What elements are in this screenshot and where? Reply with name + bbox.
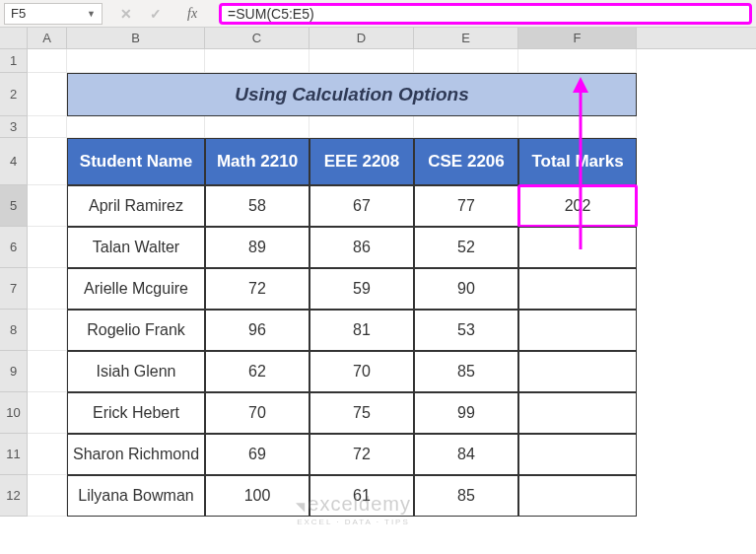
- cell[interactable]: [67, 116, 205, 138]
- cell[interactable]: [518, 49, 637, 73]
- cell[interactable]: [414, 49, 518, 73]
- watermark-tagline: EXCEL · DATA · TIPS: [297, 518, 410, 526]
- table-cell[interactable]: 61: [309, 475, 414, 517]
- cell-F5[interactable]: 202: [518, 185, 637, 227]
- cell[interactable]: [28, 392, 67, 434]
- table-cell[interactable]: Rogelio Frank: [67, 310, 205, 351]
- cell[interactable]: [28, 73, 67, 116]
- cell[interactable]: [67, 49, 205, 73]
- cell[interactable]: [28, 227, 67, 268]
- cell[interactable]: [28, 475, 67, 517]
- formula-bar-text: =SUM(C5:E5): [228, 6, 314, 22]
- table-cell[interactable]: [518, 268, 637, 310]
- col-header-F[interactable]: F: [518, 28, 637, 48]
- cell[interactable]: [28, 116, 67, 138]
- fx-icon[interactable]: fx: [187, 6, 197, 22]
- row-header-1[interactable]: 1: [0, 49, 28, 73]
- select-all-corner[interactable]: [0, 28, 28, 48]
- cell[interactable]: [309, 116, 414, 138]
- table-cell[interactable]: April Ramirez: [67, 185, 205, 227]
- table-cell[interactable]: [518, 351, 637, 392]
- table-cell[interactable]: [518, 227, 637, 268]
- col-header-D[interactable]: D: [309, 28, 414, 48]
- cell[interactable]: [414, 116, 518, 138]
- cell[interactable]: [518, 116, 637, 138]
- table-cell[interactable]: 67: [309, 185, 414, 227]
- row-header-4[interactable]: 4: [0, 138, 28, 185]
- row-header-9[interactable]: 9: [0, 351, 28, 392]
- row-header-10[interactable]: 10: [0, 392, 28, 434]
- row-headers: 1 2 3 4 5 6 7 8 9 10 11 12: [0, 49, 28, 517]
- cell[interactable]: [28, 268, 67, 310]
- row-header-8[interactable]: 8: [0, 310, 28, 351]
- table-cell[interactable]: 72: [309, 434, 414, 475]
- formula-bar[interactable]: =SUM(C5:E5): [219, 3, 752, 25]
- formula-bar-icons: ✕ ✓ fx: [106, 6, 219, 22]
- cell[interactable]: [28, 351, 67, 392]
- table-cell[interactable]: 86: [309, 227, 414, 268]
- col-header-B[interactable]: B: [67, 28, 205, 48]
- table-cell[interactable]: 90: [414, 268, 518, 310]
- cell[interactable]: [28, 434, 67, 475]
- table-cell[interactable]: [518, 310, 637, 351]
- header-cse[interactable]: CSE 2206: [414, 138, 518, 185]
- title-cell[interactable]: Using Calculation Options: [67, 73, 637, 116]
- table-cell[interactable]: Arielle Mcguire: [67, 268, 205, 310]
- header-total[interactable]: Total Marks: [518, 138, 637, 185]
- row-header-3[interactable]: 3: [0, 116, 28, 138]
- row-header-7[interactable]: 7: [0, 268, 28, 310]
- cell[interactable]: [28, 49, 67, 73]
- header-eee[interactable]: EEE 2208: [309, 138, 414, 185]
- table-cell[interactable]: 69: [205, 434, 309, 475]
- cell[interactable]: [28, 310, 67, 351]
- table-cell[interactable]: 84: [414, 434, 518, 475]
- table-cell[interactable]: 70: [205, 392, 309, 434]
- cell[interactable]: [309, 49, 414, 73]
- table-cell[interactable]: 100: [205, 475, 309, 517]
- row-header-6[interactable]: 6: [0, 227, 28, 268]
- table-cell[interactable]: [518, 475, 637, 517]
- table-cell[interactable]: Lilyana Bowman: [67, 475, 205, 517]
- table-cell[interactable]: 99: [414, 392, 518, 434]
- table-cell[interactable]: 59: [309, 268, 414, 310]
- spreadsheet: A B C D E F 1 2 3 4 5 6 7 8 9 10 11 12 U…: [0, 28, 756, 517]
- table-cell[interactable]: 53: [414, 310, 518, 351]
- cell[interactable]: [205, 49, 309, 73]
- header-math[interactable]: Math 2210: [205, 138, 309, 185]
- formula-toolbar: F5 ▼ ✕ ✓ fx =SUM(C5:E5): [0, 0, 756, 28]
- table-cell[interactable]: Erick Hebert: [67, 392, 205, 434]
- row-header-2[interactable]: 2: [0, 73, 28, 116]
- name-box[interactable]: F5 ▼: [4, 3, 103, 25]
- table-cell[interactable]: 52: [414, 227, 518, 268]
- col-header-A[interactable]: A: [28, 28, 67, 48]
- cell-grid: Using Calculation Options Student Name M…: [28, 49, 756, 517]
- table-cell[interactable]: 85: [414, 475, 518, 517]
- table-cell[interactable]: [518, 434, 637, 475]
- table-cell[interactable]: [518, 392, 637, 434]
- table-cell[interactable]: 81: [309, 310, 414, 351]
- table-cell[interactable]: 75: [309, 392, 414, 434]
- table-cell[interactable]: Sharon Richmond: [67, 434, 205, 475]
- name-box-dropdown-icon[interactable]: ▼: [87, 9, 96, 19]
- table-cell[interactable]: Talan Walter: [67, 227, 205, 268]
- table-cell[interactable]: 72: [205, 268, 309, 310]
- table-cell[interactable]: Isiah Glenn: [67, 351, 205, 392]
- table-cell[interactable]: 62: [205, 351, 309, 392]
- header-student[interactable]: Student Name: [67, 138, 205, 185]
- row-header-11[interactable]: 11: [0, 434, 28, 475]
- table-cell[interactable]: 70: [309, 351, 414, 392]
- cell[interactable]: [28, 185, 67, 227]
- cell[interactable]: [28, 138, 67, 185]
- table-cell[interactable]: 89: [205, 227, 309, 268]
- col-header-C[interactable]: C: [205, 28, 309, 48]
- cell[interactable]: [205, 116, 309, 138]
- table-cell[interactable]: 77: [414, 185, 518, 227]
- cancel-icon[interactable]: ✕: [120, 6, 132, 22]
- confirm-icon[interactable]: ✓: [150, 6, 162, 22]
- row-header-12[interactable]: 12: [0, 475, 28, 517]
- row-header-5[interactable]: 5: [0, 185, 28, 227]
- table-cell[interactable]: 85: [414, 351, 518, 392]
- col-header-E[interactable]: E: [414, 28, 518, 48]
- table-cell[interactable]: 96: [205, 310, 309, 351]
- table-cell[interactable]: 58: [205, 185, 309, 227]
